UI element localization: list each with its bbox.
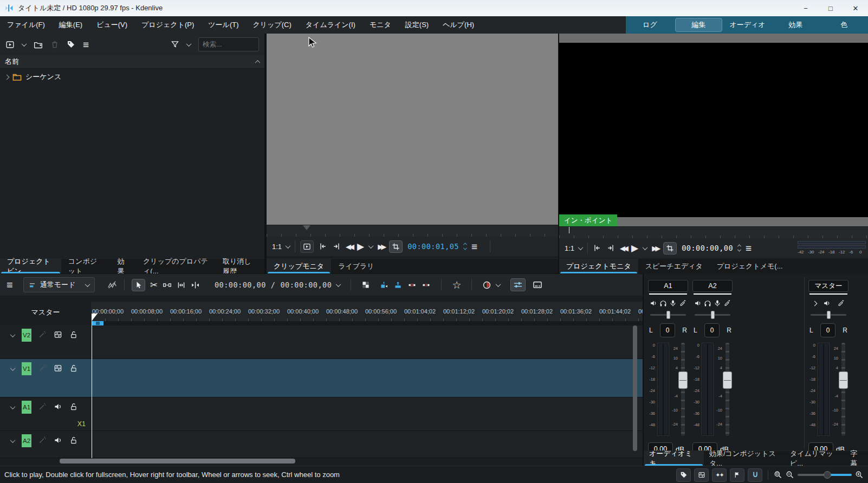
workspace-tab-edit[interactable]: 編集 <box>675 18 722 32</box>
preview-dropdown-icon[interactable] <box>496 282 501 287</box>
playhead-flag-icon[interactable] <box>92 314 98 321</box>
workspace-tab-effects[interactable]: 効果 <box>773 18 819 32</box>
fader-handle[interactable] <box>678 371 688 389</box>
menu-tool[interactable]: ツール(T) <box>201 16 245 34</box>
lift-zone-icon[interactable] <box>422 280 431 290</box>
clip-timecode[interactable]: 00:00:01,05 <box>407 242 459 251</box>
play-icon[interactable]: ▶ <box>357 242 364 251</box>
collapse-track-icon[interactable] <box>10 404 16 409</box>
menu-help[interactable]: ヘルプ(H) <box>436 16 481 34</box>
timecode-spinner[interactable] <box>738 244 741 252</box>
workspace-tab-log[interactable]: ログ <box>627 18 673 32</box>
timeline-zone-bar[interactable] <box>91 321 644 325</box>
track-content-a2[interactable] <box>91 431 644 458</box>
set-in-point-icon[interactable] <box>593 244 601 252</box>
pan-slider[interactable] <box>695 311 730 319</box>
balance-value[interactable]: 0 <box>660 323 675 337</box>
tab-project-monitor[interactable]: プロジェクトモニタ <box>559 259 638 273</box>
set-out-point-icon[interactable] <box>606 244 615 252</box>
tab-library[interactable]: ライブラリ <box>331 259 381 273</box>
effects-wand-icon[interactable] <box>38 364 47 372</box>
zone-mode-icon[interactable] <box>663 242 677 254</box>
track-content-v1[interactable] <box>91 359 644 397</box>
set-in-point-icon[interactable] <box>319 242 327 251</box>
tab-speech-editor[interactable]: スピーチエディタ <box>638 259 710 273</box>
solo-headphones-icon[interactable] <box>659 299 667 307</box>
volume-fader[interactable]: 24104 -4-10-24 <box>671 342 688 438</box>
create-folder-icon[interactable] <box>34 40 43 49</box>
collapse-track-icon[interactable] <box>10 438 16 443</box>
clip-monitor-menu-icon[interactable]: ≡ <box>471 241 477 252</box>
project-video-frame[interactable] <box>559 43 868 217</box>
slip-tool-icon[interactable] <box>177 280 186 290</box>
tab-effect-composition-stack[interactable]: 効果/コンポジットスタ... <box>704 451 785 466</box>
play-dropdown-icon[interactable] <box>643 245 648 250</box>
track-name-badge[interactable]: A1 <box>22 401 31 414</box>
rewind-icon[interactable]: ◀◀ <box>346 243 352 250</box>
menu-edit[interactable]: 編集(E) <box>52 16 89 34</box>
filter-icon[interactable] <box>171 40 179 49</box>
track-name-badge[interactable]: A2 <box>22 434 31 447</box>
project-monitor-menu-icon[interactable]: ≡ <box>746 243 752 253</box>
effects-wand-icon[interactable] <box>38 402 47 410</box>
volume-fader[interactable]: 24104 -4-10-24 <box>831 342 848 438</box>
pan-slider[interactable] <box>650 311 686 319</box>
track-name-badge[interactable]: V1 <box>22 362 31 375</box>
snap-toggle-button[interactable] <box>748 468 762 482</box>
effects-wand-icon[interactable] <box>38 330 47 338</box>
track-header-a1[interactable]: A1 X1 <box>0 397 91 431</box>
ripple-tool-icon[interactable] <box>191 280 200 290</box>
rewind-icon[interactable]: ◀◀ <box>620 245 626 252</box>
menu-project[interactable]: プロジェクト(P) <box>134 16 201 34</box>
menu-file[interactable]: ファイル(F) <box>0 16 52 34</box>
minimize-button[interactable]: − <box>793 0 818 16</box>
tab-undo-history[interactable]: 取り消し履歴 <box>216 259 264 273</box>
zone-mode-icon[interactable] <box>389 240 403 253</box>
zoom-slider-handle[interactable] <box>824 471 831 479</box>
fader-handle[interactable] <box>723 371 732 389</box>
menu-timeline[interactable]: タイムライン(I) <box>299 16 362 34</box>
add-clip-icon[interactable] <box>5 40 15 49</box>
menu-monitor[interactable]: モニタ <box>362 16 398 34</box>
close-button[interactable]: ✕ <box>843 0 868 16</box>
track-header-v2[interactable]: V2 <box>0 325 91 359</box>
track-content-v2[interactable] <box>91 325 644 359</box>
record-mic-icon[interactable] <box>669 299 677 307</box>
record-mic-icon[interactable] <box>714 299 721 307</box>
edit-mode-select[interactable]: 通常モード <box>23 277 95 292</box>
selection-tool-icon[interactable] <box>132 279 145 291</box>
workspace-tab-audio[interactable]: オーディオ <box>724 18 770 32</box>
project-zoom-select[interactable]: 1:1 <box>565 244 582 252</box>
track-header-v1[interactable]: V1 <box>0 359 91 397</box>
mute-icon[interactable] <box>694 299 702 307</box>
workspace-tab-color[interactable]: 色 <box>821 18 867 32</box>
zoom-in-icon[interactable] <box>855 471 864 479</box>
show-video-thumbnails-button[interactable] <box>694 468 709 482</box>
play-icon[interactable]: ▶ <box>631 244 638 253</box>
razor-tool-icon[interactable]: ✂ <box>150 280 158 290</box>
timeline-master-button[interactable]: マスター <box>0 304 91 321</box>
volume-fader[interactable]: 24104 -4-10-24 <box>715 342 733 438</box>
menu-clip[interactable]: クリップ(C) <box>246 16 299 34</box>
spacer-tool-icon[interactable] <box>163 280 172 290</box>
overwrite-zone-icon[interactable] <box>393 280 403 290</box>
solo-headphones-icon[interactable] <box>704 299 711 307</box>
favorite-effects-icon[interactable]: ☆ <box>452 280 461 290</box>
lock-icon[interactable] <box>69 330 77 339</box>
effects-pen-icon[interactable] <box>723 299 731 307</box>
tab-clip-monitor[interactable]: クリップモニタ <box>267 259 331 273</box>
balance-value[interactable]: 0 <box>820 323 835 337</box>
tab-time-remapping[interactable]: タイムリマッピ... <box>785 451 845 466</box>
show-markers-button[interactable] <box>676 468 691 482</box>
video-track-icon[interactable] <box>54 330 62 339</box>
track-compositing-icon[interactable] <box>361 280 370 289</box>
lock-icon[interactable] <box>69 436 77 445</box>
extract-zone-icon[interactable] <box>407 280 417 290</box>
filter-dropdown-icon[interactable] <box>186 41 192 47</box>
mix-clips-icon[interactable] <box>107 280 117 290</box>
collapse-track-icon[interactable] <box>10 332 16 337</box>
tab-audio-mixer[interactable]: オーディオミキ... <box>644 451 704 466</box>
timeline-position[interactable]: 00:00:00,00 <box>215 280 266 289</box>
lock-icon[interactable] <box>69 402 77 411</box>
timeline-zoom-slider[interactable] <box>798 471 852 479</box>
